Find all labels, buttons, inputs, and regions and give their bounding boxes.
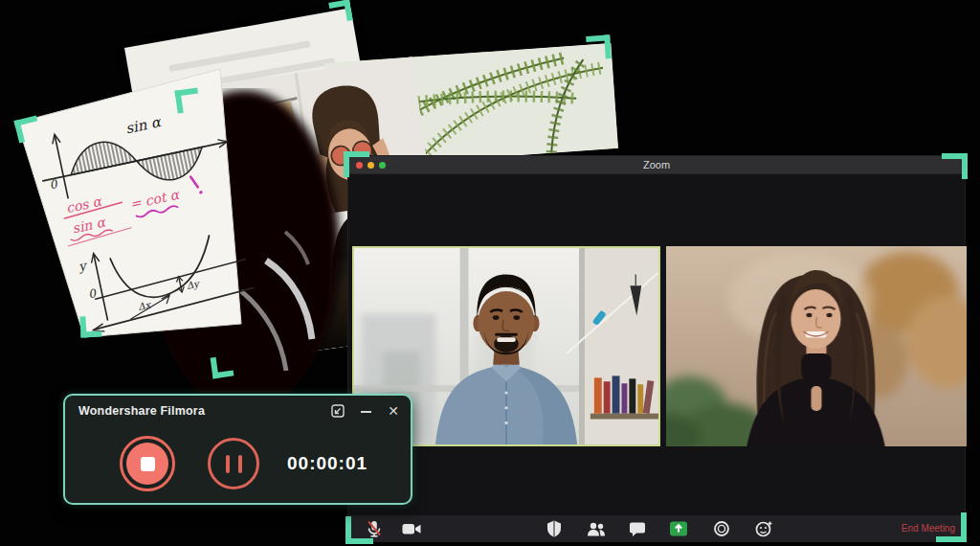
zoom-toolbar: End Meeting bbox=[348, 515, 965, 541]
math-whiteboard-photo: 0 sin α cos α sin α = cot α y 0 bbox=[0, 56, 297, 354]
capture-marker-zoom-top-left bbox=[344, 151, 369, 177]
stop-button-circle bbox=[126, 443, 168, 485]
capture-marker-zoom-bottom-right bbox=[936, 512, 967, 542]
close-icon[interactable]: ✕ bbox=[388, 404, 399, 418]
desktop: 0 sin α cos α sin α = cot α y 0 bbox=[0, 0, 980, 546]
record-icon[interactable] bbox=[712, 519, 731, 538]
capture-marker-whiteboard-bottom-left bbox=[79, 315, 101, 337]
stop-square-icon bbox=[141, 457, 155, 471]
capture-marker-zoom-top-right bbox=[942, 153, 968, 179]
window-title: Zoom bbox=[348, 156, 965, 173]
recording-timer: 00:00:01 bbox=[287, 453, 368, 474]
share-screen-icon[interactable] bbox=[669, 519, 688, 538]
capture-marker-doc-top-right bbox=[328, 0, 352, 24]
capture-marker-palm-top-right bbox=[586, 34, 612, 60]
stop-recording-button[interactable] bbox=[120, 436, 175, 491]
pause-icon bbox=[226, 455, 230, 473]
capture-marker-zoom-bottom-left bbox=[345, 516, 373, 544]
security-shield-icon[interactable] bbox=[545, 519, 564, 538]
minimize-icon[interactable] bbox=[361, 411, 371, 413]
zoom-window: Zoom bbox=[347, 155, 966, 542]
participant-2-illustration bbox=[666, 246, 967, 446]
participant-video-2[interactable] bbox=[666, 246, 967, 446]
participants-icon[interactable] bbox=[586, 519, 607, 538]
chat-icon[interactable] bbox=[628, 519, 647, 538]
zoom-titlebar[interactable]: Zoom bbox=[348, 156, 965, 174]
reactions-icon[interactable] bbox=[754, 519, 773, 538]
pause-icon bbox=[238, 455, 242, 473]
pause-recording-button[interactable] bbox=[208, 438, 259, 489]
filmora-recorder-widget: Wondershare Filmora ✕ 00:00:01 bbox=[63, 394, 412, 505]
video-grid bbox=[352, 246, 963, 446]
maximize-window-button[interactable] bbox=[379, 162, 386, 169]
filmora-window-controls: ✕ bbox=[331, 404, 399, 418]
video-camera-icon[interactable] bbox=[401, 519, 422, 538]
capture-marker-photo-top-left bbox=[174, 87, 200, 113]
filmora-title: Wondershare Filmora bbox=[78, 404, 205, 418]
expand-icon[interactable] bbox=[331, 404, 345, 418]
capture-marker-photo-bottom-left bbox=[211, 355, 234, 379]
